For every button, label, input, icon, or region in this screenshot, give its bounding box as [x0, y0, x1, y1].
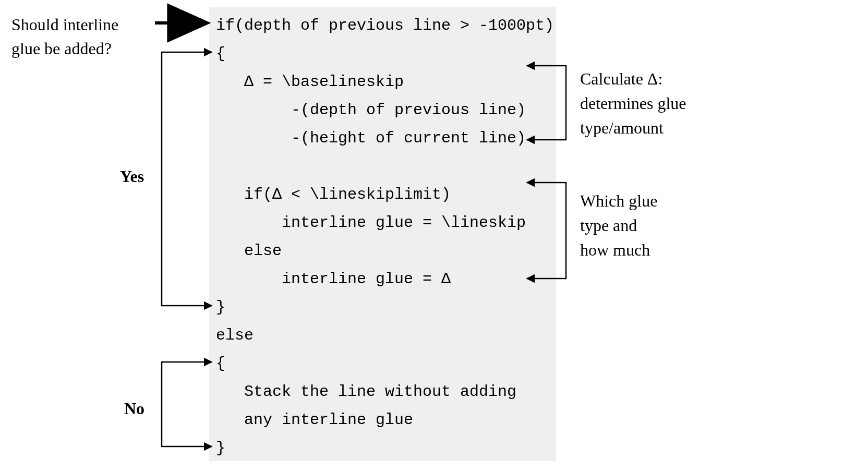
annotation-question-line2: glue be added? — [11, 37, 112, 61]
code-line-12: else — [216, 327, 254, 344]
annotation-yes: Yes — [120, 164, 144, 188]
bracket-yes-block — [162, 52, 212, 306]
code-line-15: any interline glue — [216, 411, 413, 429]
code-line-2: { — [216, 45, 225, 63]
annotation-which-line2: type and — [580, 213, 637, 237]
annotation-calculate-line3: type/amount — [580, 116, 664, 140]
code-line-1: if(depth of previous line > -1000pt) — [216, 17, 554, 34]
annotation-calculate-line2: determines glue — [580, 91, 686, 115]
code-line-13: { — [216, 355, 225, 372]
bracket-no-block — [162, 362, 212, 446]
code-line-14: Stack the line without adding — [216, 383, 516, 401]
code-line-4: -(depth of previous line) — [216, 101, 526, 119]
annotation-question-line1: Should interline — [11, 13, 118, 37]
annotation-no: No — [124, 396, 144, 420]
annotation-which-line3: how much — [580, 238, 650, 262]
code-line-16: } — [216, 439, 225, 457]
code-line-8: interline glue = \lineskip — [216, 214, 526, 232]
code-line-10: interline glue = Δ — [216, 270, 451, 288]
code-line-3: Δ = \baselineskip — [216, 73, 404, 91]
annotation-which-line1: Which glue — [580, 189, 657, 213]
code-line-11: } — [216, 298, 225, 316]
code-line-9: else — [216, 242, 282, 260]
pseudocode-block: if(depth of previous line > -1000pt) { Δ… — [209, 7, 556, 461]
annotation-calculate-line1: Calculate Δ: — [580, 67, 662, 91]
code-line-7: if(Δ < \lineskiplimit) — [216, 186, 451, 203]
code-line-5: -(height of current line) — [216, 129, 526, 147]
diagram-stage: if(depth of previous line > -1000pt) { Δ… — [0, 0, 868, 471]
